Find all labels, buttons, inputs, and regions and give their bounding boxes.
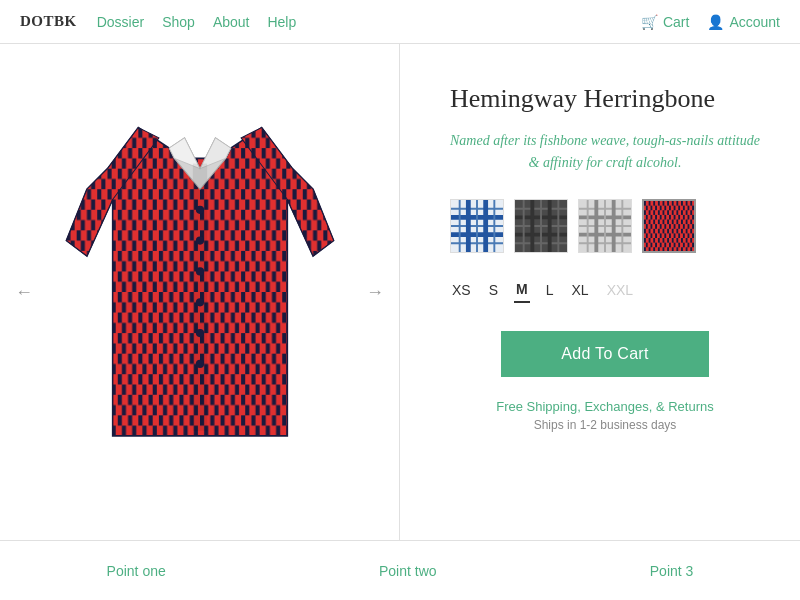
svg-point-7 [195, 237, 203, 245]
nav-dossier[interactable]: Dossier [97, 14, 144, 30]
account-link[interactable]: Account [707, 14, 780, 30]
logo-suffix: BK [54, 13, 77, 29]
svg-point-6 [195, 206, 203, 214]
swatch-red-herringbone[interactable] [642, 199, 696, 253]
size-m[interactable]: M [514, 277, 530, 303]
main-content: ← [0, 44, 800, 540]
svg-point-9 [195, 298, 203, 306]
svg-point-8 [195, 267, 203, 275]
size-xxl: XXL [605, 278, 635, 302]
svg-point-11 [195, 360, 203, 368]
cart-link[interactable]: Cart [641, 14, 689, 30]
navigation: DOTBK Dossier Shop About Help Cart Accou… [0, 0, 800, 44]
add-to-cart-button[interactable]: Add To Cart [501, 331, 709, 377]
nav-right: Cart Account [641, 14, 780, 30]
size-s[interactable]: S [487, 278, 500, 302]
svg-rect-50 [644, 201, 694, 251]
account-label: Account [729, 14, 780, 30]
swatch-grey-plaid[interactable] [578, 199, 632, 253]
account-icon [707, 14, 724, 30]
swatch-blue-plaid[interactable] [450, 199, 504, 253]
cart-icon [641, 14, 658, 30]
prev-image-button[interactable]: ← [10, 277, 38, 308]
product-image [40, 107, 360, 477]
shipping-info: Free Shipping, Exchanges, & Returns Ship… [450, 399, 760, 432]
details-panel: Hemingway Herringbone Named after its fi… [400, 44, 800, 540]
shirt-illustration [40, 107, 360, 477]
svg-rect-5 [192, 164, 206, 431]
size-selector: XS S M L XL XXL [450, 277, 760, 303]
swatch-charcoal[interactable] [514, 199, 568, 253]
footer-link-1[interactable]: Point one [107, 563, 166, 579]
product-title: Hemingway Herringbone [450, 84, 760, 114]
product-description: Named after its fishbone weave, tough-as… [450, 130, 760, 175]
size-xl[interactable]: XL [570, 278, 591, 302]
nav-help[interactable]: Help [267, 14, 296, 30]
size-l[interactable]: L [544, 278, 556, 302]
footer-link-2[interactable]: Point two [379, 563, 437, 579]
image-panel: ← [0, 44, 400, 540]
svg-point-10 [195, 329, 203, 337]
logo-text: DOT [20, 13, 54, 29]
nav-about[interactable]: About [213, 14, 250, 30]
shipping-main-text: Free Shipping, Exchanges, & Returns [450, 399, 760, 414]
nav-shop[interactable]: Shop [162, 14, 195, 30]
color-swatches [450, 199, 760, 253]
footer: Point one Point two Point 3 [0, 540, 800, 600]
nav-links: Dossier Shop About Help [97, 14, 641, 30]
logo[interactable]: DOTBK [20, 13, 77, 30]
next-image-button[interactable]: → [361, 277, 389, 308]
shipping-sub-text: Ships in 1-2 business days [450, 418, 760, 432]
cart-label: Cart [663, 14, 689, 30]
footer-link-3[interactable]: Point 3 [650, 563, 694, 579]
size-xs[interactable]: XS [450, 278, 473, 302]
